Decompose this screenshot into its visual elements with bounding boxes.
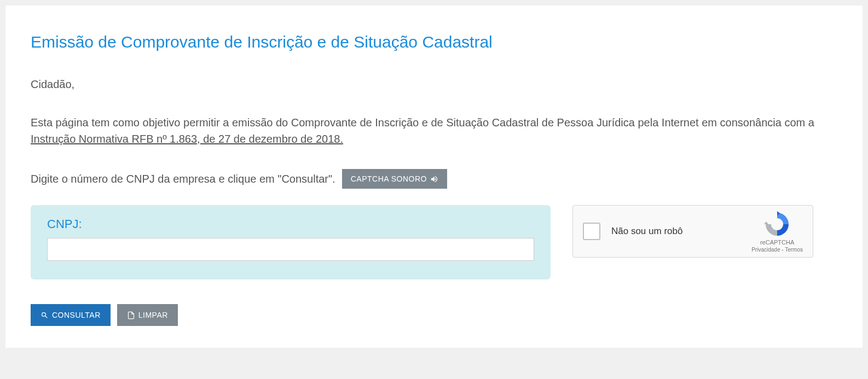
recaptcha-terms-link[interactable]: Termos	[785, 247, 803, 253]
consultar-button[interactable]: CONSULTAR	[31, 304, 111, 326]
recaptcha-branding: reCAPTCHA Privacidade - Termos	[751, 211, 803, 253]
cnpj-label: CNPJ:	[47, 217, 534, 231]
intro-link[interactable]: Instrução Normativa RFB nº 1.863, de 27 …	[31, 133, 343, 145]
instruction-row: Digite o número de CNPJ da empresa e cli…	[31, 169, 837, 189]
recaptcha-checkbox[interactable]	[583, 223, 600, 240]
search-icon	[40, 311, 49, 319]
page-title: Emissão de Comprovante de Inscrição e de…	[31, 33, 837, 51]
form-area: CNPJ: Não sou um robô reCAPTCHA Privacid…	[31, 205, 837, 279]
volume-icon	[430, 175, 438, 183]
intro-prefix: Esta página tem como objetivo permitir a…	[31, 116, 814, 129]
recaptcha-brand: reCAPTCHA	[751, 239, 803, 246]
captcha-sonoro-label: CAPTCHA SONORO	[351, 174, 427, 183]
limpar-button[interactable]: LIMPAR	[117, 304, 178, 326]
greeting: Cidadão,	[31, 76, 837, 92]
instruction-text: Digite o número de CNPJ da empresa e cli…	[31, 173, 335, 185]
captcha-sonoro-button[interactable]: CAPTCHA SONORO	[342, 169, 447, 189]
cnpj-input-panel: CNPJ:	[31, 205, 551, 279]
recaptcha-widget: Não sou um robô reCAPTCHA Privacidade - …	[572, 205, 813, 258]
recaptcha-label: Não sou um robô	[611, 226, 751, 237]
consultar-label: CONSULTAR	[52, 311, 101, 319]
button-row: CONSULTAR LIMPAR	[31, 304, 837, 326]
cnpj-input[interactable]	[47, 238, 534, 261]
document-icon	[127, 311, 135, 319]
main-container: Emissão de Comprovante de Inscrição e de…	[5, 5, 863, 348]
recaptcha-links: Privacidade - Termos	[751, 247, 803, 253]
recaptcha-privacy-link[interactable]: Privacidade	[751, 247, 780, 253]
recaptcha-icon	[763, 211, 791, 238]
svg-marker-1	[764, 221, 768, 224]
intro-paragraph: Esta página tem como objetivo permitir a…	[31, 114, 837, 147]
limpar-label: LIMPAR	[138, 311, 168, 319]
